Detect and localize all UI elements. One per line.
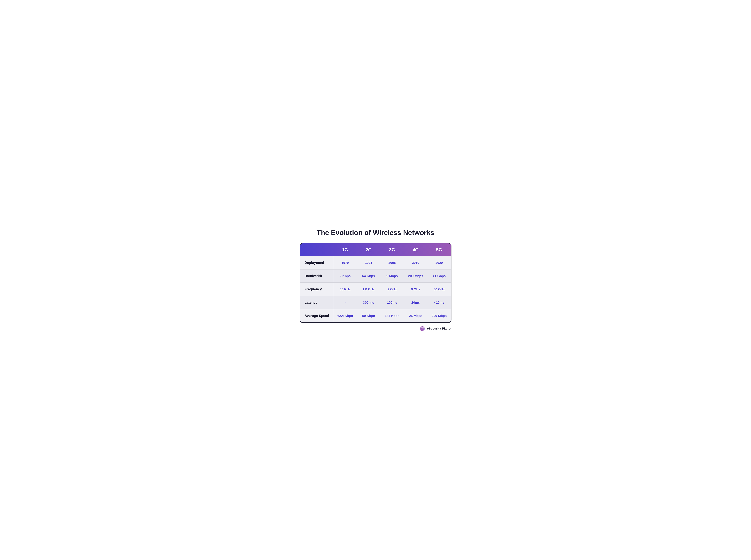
table-row: Deployment19791991200520102020 bbox=[300, 256, 451, 269]
cell-2-0: 30 KHz bbox=[333, 283, 357, 296]
cell-0-1: 1991 bbox=[357, 256, 380, 269]
footer: eSecurity Planet bbox=[300, 325, 451, 332]
brand-name: eSecurity Planet bbox=[427, 327, 451, 330]
row-label-bandwidth: Bandwidth bbox=[300, 269, 333, 283]
cell-1-3: 200 Mbps bbox=[404, 269, 427, 283]
header-2g: 2G bbox=[357, 243, 380, 256]
cell-3-0: - bbox=[333, 296, 357, 309]
table-header-row: 1G 2G 3G 4G 5G bbox=[300, 243, 451, 256]
cell-3-3: 20ms bbox=[404, 296, 427, 309]
table-row: Latency-300 ms100ms20ms<10ms bbox=[300, 296, 451, 309]
cell-0-2: 2005 bbox=[380, 256, 404, 269]
header-empty-cell bbox=[300, 243, 333, 256]
table-row: Average Speed<2.4 Kbps50 Kbps144 Kbps25 … bbox=[300, 309, 451, 322]
cell-1-2: 2 Mbps bbox=[380, 269, 404, 283]
cell-4-1: 50 Kbps bbox=[357, 309, 380, 322]
table-row: Frequency30 KHz1.8 GHz2 GHz8 GHz30 GHz bbox=[300, 283, 451, 296]
brand-logo: eSecurity Planet bbox=[419, 325, 451, 332]
row-label-deployment: Deployment bbox=[300, 256, 333, 269]
row-label-latency: Latency bbox=[300, 296, 333, 309]
cell-0-0: 1979 bbox=[333, 256, 357, 269]
cell-2-2: 2 GHz bbox=[380, 283, 404, 296]
cell-1-1: 64 Kbps bbox=[357, 269, 380, 283]
row-label-frequency: Frequency bbox=[300, 283, 333, 296]
cell-3-2: 100ms bbox=[380, 296, 404, 309]
header-4g: 4G bbox=[404, 243, 427, 256]
row-label-average-speed: Average Speed bbox=[300, 309, 333, 322]
header-1g: 1G bbox=[333, 243, 357, 256]
cell-4-0: <2.4 Kbps bbox=[333, 309, 357, 322]
table-wrapper: 1G 2G 3G 4G 5G Deployment197919912005201… bbox=[300, 243, 451, 323]
cell-2-1: 1.8 GHz bbox=[357, 283, 380, 296]
cell-1-4: >1 Gbps bbox=[427, 269, 451, 283]
wireless-networks-table: 1G 2G 3G 4G 5G Deployment197919912005201… bbox=[300, 243, 451, 322]
cell-4-3: 25 Mbps bbox=[404, 309, 427, 322]
cell-2-4: 30 GHz bbox=[427, 283, 451, 296]
cell-4-2: 144 Kbps bbox=[380, 309, 404, 322]
cell-2-3: 8 GHz bbox=[404, 283, 427, 296]
cell-3-4: <10ms bbox=[427, 296, 451, 309]
page-title: The Evolution of Wireless Networks bbox=[300, 228, 451, 237]
esecurity-planet-icon bbox=[419, 325, 425, 332]
table-row: Bandwidth2 Kbps64 Kbps2 Mbps200 Mbps>1 G… bbox=[300, 269, 451, 283]
cell-4-4: 200 Mbps bbox=[427, 309, 451, 322]
main-container: The Evolution of Wireless Networks 1G 2G… bbox=[300, 228, 451, 332]
header-5g: 5G bbox=[427, 243, 451, 256]
header-3g: 3G bbox=[380, 243, 404, 256]
cell-0-3: 2010 bbox=[404, 256, 427, 269]
cell-3-1: 300 ms bbox=[357, 296, 380, 309]
cell-1-0: 2 Kbps bbox=[333, 269, 357, 283]
cell-0-4: 2020 bbox=[427, 256, 451, 269]
